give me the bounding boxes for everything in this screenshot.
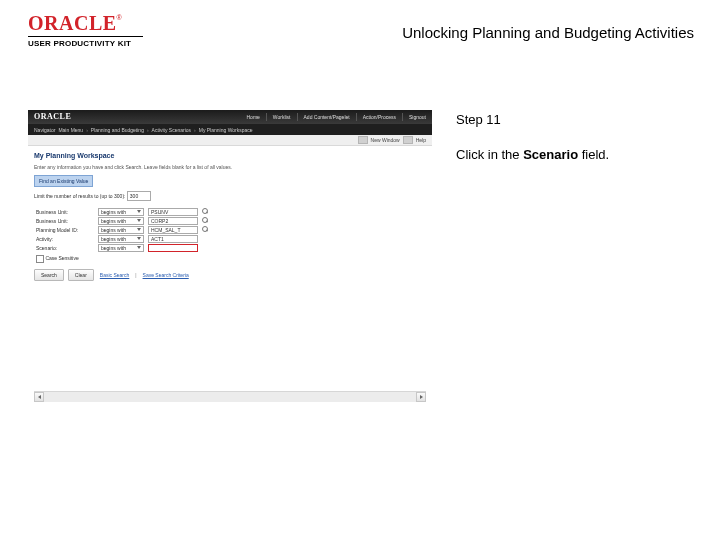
lookup-icon[interactable] <box>202 208 208 214</box>
field-row-bu1: Business Unit: begins with PSUNV <box>34 207 210 216</box>
scroll-left-button[interactable] <box>34 392 44 402</box>
instruction-prefix: Click in the <box>456 147 523 162</box>
case-sensitive-checkbox[interactable] <box>36 255 44 263</box>
value-input[interactable]: HCM_SAL_T <box>148 226 198 234</box>
operator-select[interactable]: begins with <box>98 226 144 234</box>
case-sensitive-label: Case Sensitive <box>45 255 78 261</box>
operator-select[interactable]: begins with <box>98 244 144 252</box>
trademark-symbol: ® <box>117 14 122 21</box>
crumb-navigator[interactable]: Navigator <box>34 126 55 134</box>
link-separator: | <box>135 271 136 279</box>
clear-button[interactable]: Clear <box>68 269 94 281</box>
app-screenshot: ORACLE Home Worklist Add Content/Pagelet… <box>28 110 432 402</box>
basic-search-link[interactable]: Basic Search <box>100 271 129 279</box>
brand-logo: ORACLE® <box>28 14 148 34</box>
menu-home[interactable]: Home <box>246 113 259 121</box>
value-input[interactable]: ACT1 <box>148 235 198 243</box>
field-label: Business Unit: <box>34 207 96 216</box>
page-body: My Planning Workspace Enter any informat… <box>28 146 432 402</box>
field-label: Scenario: <box>34 243 96 252</box>
chevron-down-icon <box>137 219 141 222</box>
brand-rule <box>28 36 143 37</box>
step-label: Step 11 <box>456 110 692 131</box>
menu-add-content[interactable]: Add Content/Pagelet <box>304 113 350 121</box>
page-subbar: New Window Help <box>28 135 432 146</box>
operator-select[interactable]: begins with <box>98 235 144 243</box>
horizontal-scrollbar[interactable] <box>34 391 426 402</box>
new-window-icon[interactable] <box>358 136 368 144</box>
help-link[interactable]: Help <box>416 136 426 144</box>
brand-block: ORACLE® USER PRODUCTIVITY KIT <box>28 14 148 48</box>
chevron-down-icon <box>137 246 141 249</box>
chevron-right-icon <box>420 395 423 399</box>
help-icon[interactable] <box>403 136 413 144</box>
limit-label: Limit the number of results to (up to 30… <box>34 193 125 199</box>
value-input[interactable]: CORP2 <box>148 217 198 225</box>
crumb-my-workspace[interactable]: My Planning Workspace <box>199 126 253 134</box>
tab-find-existing[interactable]: Find an Existing Value <box>34 175 93 187</box>
field-row-model: Planning Model ID: begins with HCM_SAL_T <box>34 225 210 234</box>
button-row: Search Clear Basic Search | Save Search … <box>34 269 426 281</box>
chevron-left-icon <box>38 395 41 399</box>
menu-worklist[interactable]: Worklist <box>273 113 291 121</box>
instruction-text: Click in the Scenario field. <box>456 145 692 166</box>
limit-row: Limit the number of results to (up to 30… <box>34 191 426 201</box>
operator-select[interactable]: begins with <box>98 217 144 225</box>
crumb-main-menu[interactable]: Main Menu <box>58 126 83 134</box>
scroll-right-button[interactable] <box>416 392 426 402</box>
field-label: Activity: <box>34 234 96 243</box>
app-brand: ORACLE <box>34 113 71 121</box>
new-window-link[interactable]: New Window <box>371 136 400 144</box>
field-row-case: Case Sensitive <box>34 252 210 263</box>
field-row-scenario: Scenario: begins with <box>34 243 210 252</box>
app-topbar: ORACLE Home Worklist Add Content/Pagelet… <box>28 110 432 124</box>
field-row-activity: Activity: begins with ACT1 <box>34 234 210 243</box>
chevron-down-icon <box>137 237 141 240</box>
save-criteria-link[interactable]: Save Search Criteria <box>143 271 189 279</box>
menu-signout[interactable]: Signout <box>409 113 426 121</box>
document-title: Unlocking Planning and Budgeting Activit… <box>402 24 694 41</box>
instruction-suffix: field. <box>578 147 609 162</box>
crumb-activity-scenarios[interactable]: Activity Scenarios <box>152 126 191 134</box>
chevron-down-icon <box>137 228 141 231</box>
limit-input[interactable]: 300 <box>127 191 151 201</box>
brand-subtitle: USER PRODUCTIVITY KIT <box>28 39 148 48</box>
menu-action-process[interactable]: Action/Process <box>363 113 396 121</box>
crumb-pnb[interactable]: Planning and Budgeting <box>91 126 144 134</box>
scenario-input[interactable] <box>148 244 198 252</box>
chevron-down-icon <box>137 210 141 213</box>
search-fields: Business Unit: begins with PSUNV Busines… <box>34 207 210 263</box>
operator-select[interactable]: begins with <box>98 208 144 216</box>
page-title: My Planning Workspace <box>34 152 426 160</box>
instruction-field-name: Scenario <box>523 147 578 162</box>
field-label: Business Unit: <box>34 216 96 225</box>
field-row-bu2: Business Unit: begins with CORP2 <box>34 216 210 225</box>
field-label: Planning Model ID: <box>34 225 96 234</box>
page-hint: Enter any information you have and click… <box>34 163 426 171</box>
breadcrumb: Navigator Main Menu › Planning and Budge… <box>28 124 432 135</box>
value-input[interactable]: PSUNV <box>148 208 198 216</box>
lookup-icon[interactable] <box>202 226 208 232</box>
instruction-pane: Step 11 Click in the Scenario field. <box>432 110 692 166</box>
brand-wordmark: ORACLE <box>28 12 117 34</box>
lookup-icon[interactable] <box>202 217 208 223</box>
search-button[interactable]: Search <box>34 269 64 281</box>
